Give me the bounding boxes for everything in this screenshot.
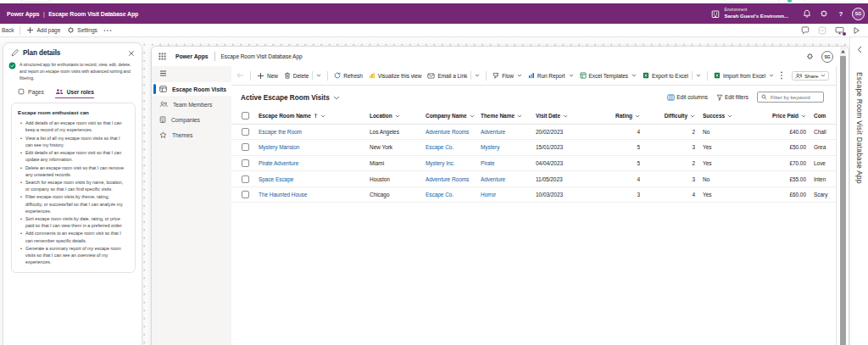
command-excel-templates[interactable]: Excel Templates — [580, 72, 628, 79]
preview-devices-button[interactable] — [835, 26, 844, 35]
brandbar-app-title: Escape Room Visit Database App — [48, 10, 138, 18]
column-header-success[interactable]: Success — [695, 109, 748, 125]
column-label: Rating — [615, 113, 632, 119]
column-header-difficulty[interactable]: Difficulty — [640, 109, 695, 125]
edit-filters-button[interactable]: Edit filters — [716, 94, 748, 101]
column-menu-chevron-icon[interactable] — [517, 114, 522, 118]
brandbar-product-name[interactable]: Power Apps — [7, 10, 39, 18]
column-header-theme[interactable]: Theme Name — [481, 109, 536, 125]
command-split-chevron[interactable] — [475, 74, 480, 77]
command-chevron[interactable] — [569, 74, 574, 77]
column-header-rating[interactable]: Rating — [594, 109, 640, 125]
excel-templates-icon — [580, 72, 587, 79]
close-panel-button[interactable] — [128, 50, 135, 57]
command-visualize[interactable]: Visualize this view — [369, 72, 422, 79]
nav-hamburger-icon[interactable] — [152, 66, 231, 82]
waffle-icon[interactable] — [159, 53, 166, 60]
cell-price: £60.00 — [748, 187, 806, 203]
app-user-avatar[interactable]: SG — [821, 51, 833, 63]
settings-gear-button[interactable] — [815, 4, 832, 23]
record-link[interactable]: Pirate Adventure — [259, 160, 298, 166]
app-vertical-scrollbar[interactable] — [837, 47, 849, 345]
nav-item[interactable]: Team Members — [152, 97, 231, 111]
filter-keyword-input[interactable]: Filter by keyword — [757, 92, 824, 103]
view-header: Active Escape Room Visits Edit columns E… — [231, 86, 836, 109]
add-page-label: Add page — [36, 27, 60, 33]
design-canvas: Plan details A structured app for enthus… — [0, 37, 868, 345]
comments-button[interactable] — [801, 26, 810, 35]
row-checkbox[interactable] — [242, 175, 249, 183]
command-split-chevron[interactable] — [696, 74, 701, 77]
column-menu-chevron-icon[interactable] — [727, 114, 732, 118]
command-chevron[interactable] — [769, 74, 774, 77]
cell-comments: Scary — [806, 187, 836, 203]
record-link[interactable]: The Haunted House — [259, 192, 307, 198]
column-header-company[interactable]: Company Name — [426, 109, 481, 125]
company-link[interactable]: Mystery Inc. — [426, 160, 454, 166]
play-app-button[interactable] — [853, 26, 860, 35]
record-link[interactable]: Space Escape — [259, 176, 293, 182]
account-avatar[interactable]: SG — [852, 8, 865, 20]
edit-columns-button[interactable]: Edit columns — [667, 94, 708, 101]
environment-picker[interactable]: Environment Sarah Guest's Environm... — [711, 8, 788, 19]
share-button[interactable]: Share — [792, 71, 829, 81]
cell-comments: Grea — [806, 140, 836, 156]
column-menu-chevron-icon[interactable] — [395, 114, 400, 118]
plan-tab[interactable]: Pages — [18, 88, 44, 98]
command-back[interactable] — [236, 72, 244, 79]
scrollbar-up-arrow[interactable] — [840, 48, 846, 55]
theme-link[interactable]: Pirate — [481, 160, 495, 166]
more-commands-icon — [780, 71, 783, 80]
back-button[interactable]: Back — [0, 24, 16, 36]
row-checkbox[interactable] — [242, 143, 249, 151]
plan-tab[interactable]: User roles — [55, 88, 94, 98]
command-more-commands[interactable] — [780, 71, 783, 80]
company-link[interactable]: Escape Co. — [426, 144, 453, 150]
settings-button[interactable]: Settings — [64, 24, 100, 36]
column-header-location[interactable]: Location — [370, 109, 426, 125]
expand-rail-chevron-icon[interactable] — [855, 46, 864, 53]
theme-link[interactable]: Adventure — [481, 129, 505, 135]
command-run-report[interactable]: Run Report — [528, 72, 565, 79]
select-all-checkbox[interactable] — [242, 112, 249, 120]
nav-item[interactable]: Escape Room Visits — [152, 82, 231, 96]
command-delete[interactable]: Delete — [284, 72, 309, 79]
notifications-button[interactable] — [798, 4, 815, 23]
command-refresh[interactable]: Refresh — [334, 72, 362, 79]
company-link[interactable]: Escape Co. — [426, 192, 453, 198]
theme-link[interactable]: Horror — [481, 192, 496, 198]
powerapps-header-bar: Power Apps | Escape Room Visit Database … — [0, 3, 868, 24]
help-button[interactable]: ? — [832, 4, 849, 23]
column-menu-chevron-icon[interactable] — [563, 114, 568, 118]
row-checkbox[interactable] — [242, 191, 249, 198]
column-header-name[interactable]: Escape Room Name — [259, 109, 370, 125]
column-menu-chevron-icon[interactable] — [470, 114, 475, 118]
more-options-button[interactable] — [101, 24, 114, 36]
theme-link[interactable]: Adventure — [481, 176, 505, 182]
command-new[interactable]: New — [257, 72, 278, 80]
theme-link[interactable]: Mystery — [481, 144, 499, 150]
scrollbar-thumb[interactable] — [840, 56, 846, 345]
row-checkbox[interactable] — [242, 128, 249, 136]
row-checkbox[interactable] — [242, 159, 249, 167]
command-chevron[interactable] — [632, 74, 637, 77]
nav-item[interactable]: Companies — [152, 113, 231, 126]
column-menu-chevron-icon[interactable] — [320, 114, 326, 118]
view-selector[interactable]: Active Escape Room Visits — [241, 93, 330, 102]
app-settings-gear-icon[interactable] — [806, 53, 814, 60]
column-header-comments[interactable]: Com — [806, 109, 836, 125]
record-link[interactable]: Mystery Mansion — [259, 144, 299, 150]
company-link[interactable]: Adventure Rooms — [426, 129, 469, 135]
record-link[interactable]: Escape the Room — [259, 129, 302, 135]
nav-item[interactable]: Themes — [152, 128, 231, 142]
command-split-chevron[interactable] — [316, 74, 321, 77]
command-flow[interactable]: Flow — [492, 72, 514, 79]
company-link[interactable]: Adventure Rooms — [426, 176, 469, 182]
command-email-link[interactable]: Email a Link — [427, 73, 467, 79]
command-export-excel[interactable]: Export to Excel — [643, 72, 688, 79]
command-import-excel[interactable]: Import from Excel — [714, 72, 765, 79]
command-chevron[interactable] — [517, 74, 522, 77]
add-page-button[interactable]: Add page — [24, 24, 63, 36]
column-header-date[interactable]: Visit Date — [536, 109, 594, 125]
column-header-price[interactable]: Price Paid — [748, 109, 806, 125]
